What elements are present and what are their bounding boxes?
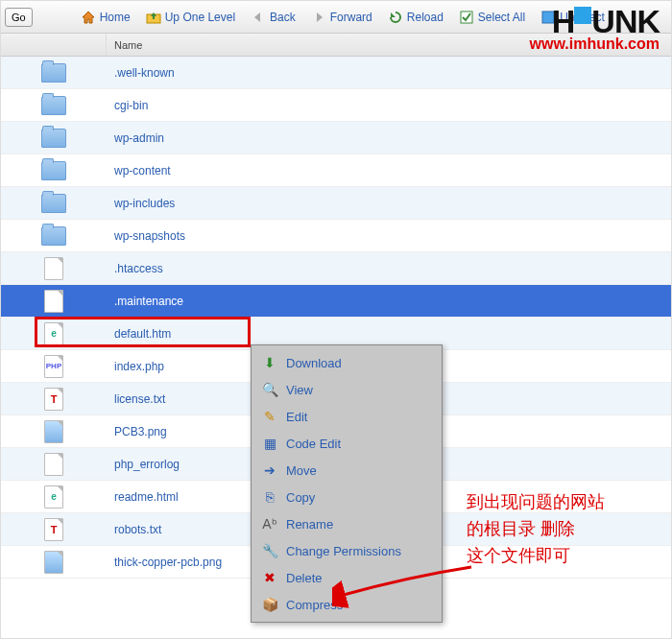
menu-item-label: Move (286, 463, 317, 478)
menu-item-label: Copy (286, 490, 315, 505)
file-name: .htaccess (107, 262, 671, 275)
back-label: Back (270, 11, 296, 24)
code-edit-menu-item[interactable]: ▦Code Edit (257, 430, 436, 457)
menu-item-label: View (286, 383, 313, 397)
file-name: default.htm (107, 327, 671, 341)
table-row[interactable]: wp-admin (1, 122, 671, 154)
back-icon (251, 10, 266, 25)
reload-icon (388, 10, 403, 25)
home-button[interactable]: Home (75, 6, 136, 29)
menu-item-label: Compress (286, 598, 343, 612)
permissions-menu-item[interactable]: 🔧Change Permissions (257, 537, 436, 564)
table-row[interactable]: wp-includes (1, 187, 671, 220)
table-row[interactable]: .well-known (1, 57, 671, 89)
context-menu: ⬇Download🔍View✎Edit▦Code Edit➔Move⎘CopyA… (251, 344, 443, 623)
rename-menu-item[interactable]: AᵇRename (257, 510, 436, 537)
file-type-icon (1, 453, 107, 476)
menu-item-label: Download (286, 356, 342, 370)
copy-icon: ⎘ (261, 488, 278, 506)
view-icon: 🔍 (261, 381, 278, 398)
file-type-icon (1, 290, 107, 313)
table-row[interactable]: .htaccess (1, 252, 671, 285)
file-type-icon (1, 129, 107, 148)
select-all-button[interactable]: Select All (453, 6, 531, 29)
copy-menu-item[interactable]: ⎘Copy (257, 484, 436, 510)
delete-icon: ✖ (261, 569, 278, 586)
column-icon-header (1, 34, 107, 56)
file-name: .well-known (107, 66, 671, 80)
file-type-icon (1, 161, 107, 180)
file-type-icon (1, 226, 107, 246)
watermark-url: www.imhunk.com (530, 36, 660, 53)
code-edit-icon: ▦ (261, 435, 278, 452)
menu-item-label: Rename (286, 517, 333, 532)
file-type-icon: e (1, 322, 107, 345)
file-type-icon: PHP (1, 355, 107, 378)
annotation-text: 到出现问题的网站 的根目录 删除 这个文件即可 (467, 488, 605, 569)
compress-icon: 📦 (261, 596, 278, 613)
file-type-icon (1, 420, 107, 443)
file-type-icon (1, 257, 107, 280)
file-type-icon (1, 551, 107, 574)
rename-icon: Aᵇ (261, 515, 278, 532)
forward-icon (311, 10, 326, 25)
move-icon: ➔ (261, 462, 278, 479)
folder-up-icon (146, 10, 161, 25)
back-button[interactable]: Back (245, 6, 301, 29)
file-name: wp-snapshots (107, 229, 671, 243)
file-name: cgi-bin (107, 99, 671, 112)
select-all-label: Select All (478, 11, 525, 24)
annotation-line-2: 的根目录 删除 (467, 515, 605, 542)
download-icon: ⬇ (261, 354, 278, 371)
home-label: Home (100, 11, 131, 24)
select-all-icon (459, 10, 474, 25)
menu-item-label: Delete (286, 571, 323, 585)
file-type-icon (1, 194, 107, 213)
table-row[interactable]: wp-snapshots (1, 220, 671, 252)
table-row[interactable]: cgi-bin (1, 89, 671, 122)
reload-button[interactable]: Reload (382, 6, 449, 29)
up-one-level-button[interactable]: Up One Level (140, 6, 241, 29)
menu-item-label: Change Permissions (286, 544, 401, 558)
permissions-icon: 🔧 (261, 542, 278, 559)
file-type-icon: T (1, 518, 107, 541)
delete-menu-item[interactable]: ✖Delete (257, 564, 436, 591)
view-menu-item[interactable]: 🔍View (257, 376, 436, 403)
forward-label: Forward (330, 11, 372, 24)
table-row[interactable]: wp-content (1, 154, 671, 187)
home-icon (81, 10, 96, 25)
table-row[interactable]: .maintenance (1, 285, 671, 318)
up-label: Up One Level (165, 11, 235, 24)
compress-menu-item[interactable]: 📦Compress (257, 591, 436, 618)
file-type-icon: e (1, 485, 107, 509)
forward-button[interactable]: Forward (305, 6, 378, 29)
file-type-icon (1, 63, 107, 83)
move-menu-item[interactable]: ➔Move (257, 457, 436, 484)
go-button[interactable]: Go (5, 8, 33, 27)
file-name: wp-content (107, 164, 671, 178)
menu-item-label: Code Edit (286, 437, 341, 451)
edit-icon: ✎ (261, 408, 278, 425)
file-type-icon (1, 96, 107, 115)
logo-square-icon (574, 7, 591, 24)
download-menu-item[interactable]: ⬇Download (257, 349, 436, 376)
annotation-line-1: 到出现问题的网站 (467, 488, 605, 515)
edit-menu-item[interactable]: ✎Edit (257, 403, 436, 430)
file-name: wp-admin (107, 131, 671, 145)
file-type-icon: T (1, 388, 107, 411)
annotation-line-3: 这个文件即可 (467, 542, 605, 569)
reload-label: Reload (407, 11, 444, 24)
file-name: wp-includes (107, 197, 671, 210)
menu-item-label: Edit (286, 410, 307, 424)
file-name: .maintenance (107, 295, 671, 308)
